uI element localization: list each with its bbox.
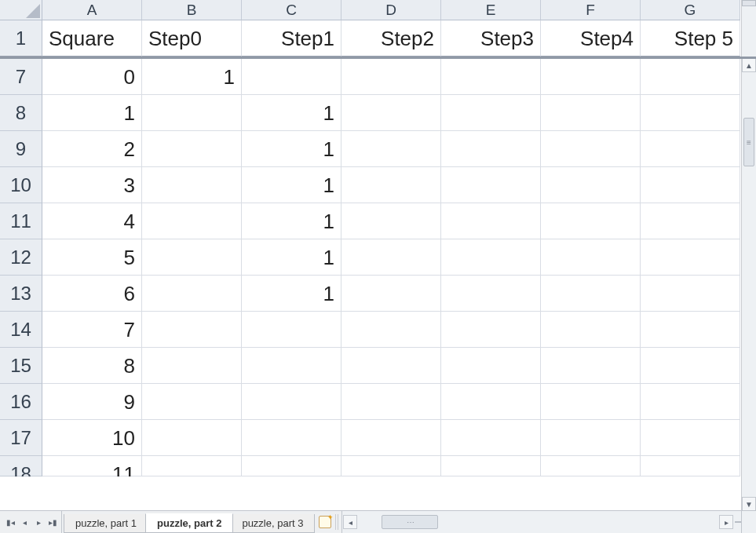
cell[interactable]: 0 <box>42 59 142 95</box>
cell[interactable] <box>641 456 740 476</box>
cell[interactable] <box>441 167 541 203</box>
column-header[interactable]: G <box>641 0 740 20</box>
freeze-pane-divider[interactable] <box>0 57 756 59</box>
cell[interactable]: Square <box>42 20 142 57</box>
sheet-tab[interactable]: puzzle, part 2 <box>145 513 233 533</box>
split-handle-right[interactable] <box>735 521 741 523</box>
row-header[interactable]: 7 <box>0 59 42 95</box>
cell[interactable] <box>142 384 242 420</box>
cell[interactable]: 8 <box>42 348 142 384</box>
horizontal-scrollbar[interactable]: ◂ ▸ <box>341 511 741 533</box>
cell[interactable] <box>541 348 641 384</box>
cell[interactable] <box>541 95 641 131</box>
cell[interactable]: Step3 <box>441 20 541 57</box>
vertical-scrollbar[interactable]: ▲ ▼ <box>741 0 756 511</box>
horizontal-scroll-thumb[interactable] <box>382 515 438 529</box>
cell[interactable] <box>541 167 641 203</box>
cell[interactable] <box>541 312 641 348</box>
vertical-scroll-thumb[interactable] <box>743 118 754 166</box>
cell[interactable] <box>441 276 541 312</box>
row-header[interactable]: 11 <box>0 203 42 239</box>
cell[interactable]: 1 <box>242 276 341 312</box>
cell[interactable]: 6 <box>42 276 142 312</box>
cell[interactable]: 7 <box>42 312 142 348</box>
cell[interactable]: 2 <box>42 131 142 167</box>
cell[interactable] <box>441 348 541 384</box>
cell[interactable]: 1 <box>42 95 142 131</box>
cell[interactable]: 11 <box>42 456 142 476</box>
cell[interactable] <box>541 239 641 276</box>
tab-last-icon[interactable]: ▸▮ <box>47 516 58 528</box>
cell[interactable] <box>341 239 441 276</box>
row-header[interactable]: 12 <box>0 239 42 276</box>
cell[interactable] <box>242 456 341 476</box>
cell[interactable] <box>541 203 641 239</box>
cell[interactable]: 3 <box>42 167 142 203</box>
cell[interactable] <box>142 348 242 384</box>
row-header[interactable]: 9 <box>0 131 42 167</box>
cell[interactable] <box>242 348 341 384</box>
cell[interactable]: Step 5 <box>641 20 740 57</box>
cell[interactable] <box>341 167 441 203</box>
cell[interactable]: 1 <box>242 203 341 239</box>
tab-split-handle[interactable] <box>335 514 340 530</box>
column-header[interactable]: D <box>341 0 441 20</box>
cell[interactable] <box>341 348 441 384</box>
cell[interactable] <box>142 167 242 203</box>
split-handle-top[interactable] <box>742 0 756 6</box>
cell[interactable]: 1 <box>242 239 341 276</box>
cell[interactable] <box>341 276 441 312</box>
row-header[interactable]: 16 <box>0 384 42 420</box>
row-header[interactable]: 17 <box>0 420 42 456</box>
cell[interactable] <box>441 456 541 476</box>
cell[interactable]: 10 <box>42 420 142 456</box>
cell[interactable]: 5 <box>42 239 142 276</box>
cell[interactable] <box>142 95 242 131</box>
cell[interactable] <box>242 59 341 95</box>
sheet-tab[interactable]: puzzle, part 3 <box>230 514 315 533</box>
column-header[interactable]: F <box>541 0 641 20</box>
cell[interactable] <box>541 59 641 95</box>
cell[interactable] <box>142 203 242 239</box>
cell[interactable] <box>341 59 441 95</box>
cell[interactable]: 1 <box>242 95 341 131</box>
row-header[interactable]: 10 <box>0 167 42 203</box>
cell[interactable] <box>641 348 740 384</box>
cell[interactable] <box>541 131 641 167</box>
scroll-down-button[interactable]: ▼ <box>742 497 756 511</box>
cell[interactable] <box>242 384 341 420</box>
horizontal-scroll-track[interactable] <box>358 515 718 529</box>
row-header[interactable]: 14 <box>0 312 42 348</box>
cell[interactable]: Step2 <box>341 20 441 57</box>
cell[interactable] <box>341 131 441 167</box>
column-header[interactable]: A <box>42 0 142 20</box>
row-header[interactable]: 15 <box>0 348 42 384</box>
cell[interactable] <box>641 420 740 456</box>
cell[interactable] <box>341 456 441 476</box>
row-header[interactable]: 8 <box>0 95 42 131</box>
cell[interactable] <box>641 276 740 312</box>
scroll-right-button[interactable]: ▸ <box>719 515 733 529</box>
tab-prev-icon[interactable]: ◂ <box>19 516 30 528</box>
cell[interactable] <box>541 456 641 476</box>
scroll-left-button[interactable]: ◂ <box>343 515 357 529</box>
cell[interactable] <box>142 312 242 348</box>
scroll-up-button[interactable]: ▲ <box>742 58 756 72</box>
cell[interactable] <box>541 420 641 456</box>
cell[interactable] <box>242 312 341 348</box>
cell[interactable] <box>341 95 441 131</box>
cell[interactable] <box>641 239 740 276</box>
cell[interactable] <box>641 95 740 131</box>
cell[interactable] <box>142 239 242 276</box>
cell[interactable] <box>441 95 541 131</box>
cell[interactable] <box>441 384 541 420</box>
cell[interactable] <box>142 456 242 476</box>
cell[interactable]: 9 <box>42 384 142 420</box>
cell[interactable] <box>142 420 242 456</box>
cell[interactable] <box>441 312 541 348</box>
column-header[interactable]: B <box>142 0 242 20</box>
tab-next-icon[interactable]: ▸ <box>33 516 44 528</box>
column-header[interactable]: E <box>441 0 541 20</box>
cell[interactable] <box>142 276 242 312</box>
cell[interactable] <box>441 420 541 456</box>
